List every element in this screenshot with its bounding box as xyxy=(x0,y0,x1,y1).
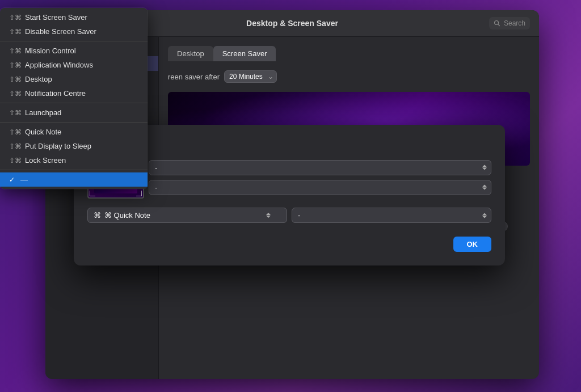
menu-item-desktop[interactable]: ⇧⌘ Desktop xyxy=(0,72,148,86)
menu-label-desktop: Desktop xyxy=(25,75,52,83)
menu-separator-4 xyxy=(0,170,148,170)
corner-top-left-area: - - xyxy=(87,156,491,199)
tab-screen-saver[interactable]: Screen Saver xyxy=(213,46,276,61)
menu-label-quick-note: Quick Note xyxy=(25,128,61,136)
menu-separator-2 xyxy=(0,103,148,103)
search-icon xyxy=(494,20,500,27)
menu-label-application-windows: Application Windows xyxy=(25,61,93,69)
shortcut-start-screen-saver: ⇧⌘ xyxy=(9,14,22,22)
quick-note-label: ⌘ Quick Note xyxy=(104,211,150,220)
menu-label-notification-centre: Notification Centre xyxy=(25,89,86,98)
menu-separator-1 xyxy=(0,41,148,41)
search-box[interactable]: Search xyxy=(489,17,530,29)
menu-item-application-windows[interactable]: ⇧⌘ Application Windows xyxy=(0,58,148,72)
stepper-down-icon xyxy=(266,216,271,218)
corner-indicator-bl xyxy=(90,191,95,196)
menu-separator-3 xyxy=(0,122,148,123)
corner-indicator-br xyxy=(136,191,142,196)
corners-row-top: - - xyxy=(87,156,491,199)
menu-item-put-display-to-sleep[interactable]: ⇧⌘ Put Display to Sleep xyxy=(0,139,148,153)
stepper-up-icon xyxy=(266,213,271,215)
screen-saver-time-dropdown[interactable]: 20 Minutes xyxy=(224,70,277,83)
menu-item-notification-centre[interactable]: ⇧⌘ Notification Centre xyxy=(0,86,148,100)
bottom-right-corner-dropdown[interactable]: - xyxy=(292,208,491,223)
menu-label-disable-screen-saver: Disable Screen Saver xyxy=(25,27,96,36)
menu-item-lock-screen[interactable]: ⇧⌘ Lock Screen xyxy=(0,153,148,167)
window-title: Desktop & Screen Saver xyxy=(246,19,338,28)
menu-label-put-display-to-sleep: Put Display to Sleep xyxy=(25,142,91,150)
bottom-left-dropdown-wrapper: ⌘ ⌘ Quick Note xyxy=(87,208,287,223)
shortcut-notification-centre: ⇧⌘ xyxy=(9,90,22,98)
top-left-dropdown-wrapper: - xyxy=(149,160,491,175)
shortcut-disable-screen-saver: ⇧⌘ xyxy=(9,28,22,36)
tab-bar: Desktop Screen Saver xyxy=(168,46,530,61)
shortcut-quick-note: ⇧⌘ xyxy=(9,128,22,136)
context-menu: ⇧⌘ Start Screen Saver ⇧⌘ Disable Screen … xyxy=(0,8,148,189)
top-right-corner-dropdown[interactable]: - xyxy=(149,180,491,195)
shortcut-launchpad: ⇧⌘ xyxy=(9,109,22,117)
check-icon: ✓ xyxy=(9,176,18,184)
shortcut-lock-screen: ⇧⌘ xyxy=(9,157,22,165)
menu-item-mission-control[interactable]: ⇧⌘ Mission Control xyxy=(0,44,148,58)
dialog-actions: OK xyxy=(87,237,491,252)
menu-item-start-screen-saver[interactable]: ⇧⌘ Start Screen Saver xyxy=(0,10,148,24)
menu-label-dash: — xyxy=(20,175,28,184)
corners-row-bottom: ⌘ ⌘ Quick Note - xyxy=(87,208,491,223)
menu-item-quick-note[interactable]: ⇧⌘ Quick Note xyxy=(0,125,148,139)
cmd-icon: ⌘ xyxy=(94,211,101,220)
tab-desktop[interactable]: Desktop xyxy=(168,46,213,61)
dialog-label: Ac xyxy=(87,138,491,147)
menu-item-launchpad[interactable]: ⇧⌘ Launchpad xyxy=(0,106,148,120)
bottom-right-dropdown-wrapper: - xyxy=(292,208,491,223)
screen-saver-after-label: reen saver after xyxy=(168,73,220,81)
menu-item-disable-screen-saver[interactable]: ⇧⌘ Disable Screen Saver xyxy=(0,24,148,39)
svg-line-1 xyxy=(498,24,500,26)
bottom-left-corner-dropdown[interactable]: ⌘ ⌘ Quick Note xyxy=(87,208,287,223)
screen-saver-time-dropdown-wrapper[interactable]: 20 Minutes xyxy=(224,70,277,83)
ok-button[interactable]: OK xyxy=(453,237,492,252)
top-left-corner-row: - - xyxy=(87,156,491,199)
shortcut-desktop: ⇧⌘ xyxy=(9,75,22,83)
shortcut-mission-control: ⇧⌘ xyxy=(9,47,22,55)
shortcut-put-display-to-sleep: ⇧⌘ xyxy=(9,142,22,150)
top-right-dropdown-wrapper: - xyxy=(149,180,491,195)
menu-label-launchpad: Launchpad xyxy=(25,108,61,117)
menu-item-dash[interactable]: ✓ — xyxy=(0,172,148,187)
menu-label-start-screen-saver: Start Screen Saver xyxy=(25,13,87,22)
menu-label-mission-control: Mission Control xyxy=(25,47,76,55)
screen-saver-after-row: reen saver after 20 Minutes xyxy=(168,70,530,83)
top-left-corner-dropdown[interactable]: - xyxy=(149,160,491,175)
dropdown-stepper-bottom-left xyxy=(266,213,271,218)
menu-label-lock-screen: Lock Screen xyxy=(25,156,66,165)
corner-dropdowns-area: - - xyxy=(149,160,491,195)
search-placeholder: Search xyxy=(504,19,525,27)
shortcut-application-windows: ⇧⌘ xyxy=(9,61,22,69)
